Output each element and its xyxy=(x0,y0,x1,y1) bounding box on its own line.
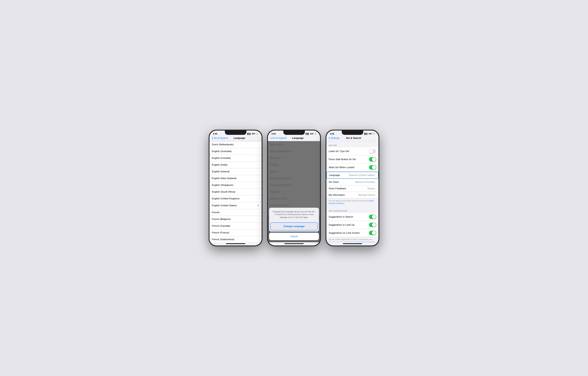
page-title-2: Language xyxy=(286,137,309,140)
phone-2: 4:55 ▌▌▌ WiFi 🔋 Siri & Search Language xyxy=(267,130,321,246)
status-icons-2: ▌▌▌ WiFi 🔋 xyxy=(306,133,317,135)
suggestions-lock-screen-row[interactable]: Suggestions on Lock Screen xyxy=(326,229,378,237)
list-item[interactable]: French (Canada) xyxy=(210,223,262,229)
back-button-3[interactable]: Settings xyxy=(329,137,339,140)
home-indicator-2 xyxy=(284,243,304,244)
signal-icon: ▌▌▌ xyxy=(364,133,368,135)
time-1: 4:55 xyxy=(213,133,217,135)
page-title-1: Language xyxy=(228,137,251,140)
suggestions-lookup-label: Suggestions in Look Up xyxy=(329,223,355,226)
list-item[interactable]: French (France) xyxy=(210,229,262,236)
chevron-icon: › xyxy=(376,188,376,190)
listen-toggle[interactable] xyxy=(369,149,376,154)
battery-icon: 🔋 xyxy=(315,133,317,135)
list-item[interactable]: English (South Africa) xyxy=(210,188,262,195)
press-side-toggle[interactable] xyxy=(369,157,376,162)
list-item[interactable]: Dutch (Netherlands) xyxy=(210,141,262,148)
my-information-row[interactable]: My Information Michael Potuck › xyxy=(326,192,378,198)
section-suggestions: SIRI SUGGESTIONS xyxy=(326,207,378,213)
list-item[interactable]: English (Canada) xyxy=(210,155,262,162)
press-side-button-row[interactable]: Press Side Button for Siri xyxy=(326,155,378,163)
listen-label: Listen for "Oye Siri" xyxy=(329,150,350,153)
suggestions-lookup-toggle[interactable] xyxy=(369,223,376,227)
modal-message: Changing Siri's language will also turn … xyxy=(269,208,319,221)
siri-voice-row[interactable]: Siri Voice Mexican (Female) › xyxy=(326,179,378,185)
nav-bar-1: Siri & Search Language xyxy=(210,136,262,141)
suggestions-lock-label: Suggestions on Lock Screen xyxy=(329,232,360,234)
suggestions-search-toggle[interactable] xyxy=(369,215,376,219)
home-indicator-3 xyxy=(343,243,362,244)
list-item[interactable]: English (Singapore) xyxy=(210,182,262,188)
nav-bar-2: Siri & Search Language xyxy=(268,136,320,141)
wifi-icon: WiFi xyxy=(252,133,255,135)
back-button-2[interactable]: Siri & Search xyxy=(270,137,286,140)
chevron-icon: › xyxy=(376,194,376,196)
voice-feedback-row[interactable]: Voice Feedback Always › xyxy=(326,185,378,192)
section-ask-siri: ASK SIRI xyxy=(326,141,378,147)
language-list-1[interactable]: Dutch (Netherlands) English (Australia) … xyxy=(210,141,262,242)
voice-feedback-label: Voice Feedback xyxy=(329,187,346,190)
my-info-label: My Information xyxy=(329,194,345,197)
wifi-icon: WiFi xyxy=(310,133,314,135)
chevron-icon: › xyxy=(376,181,376,183)
cancel-button[interactable]: Cancel xyxy=(269,233,319,240)
change-language-button[interactable]: Change Language xyxy=(270,222,318,230)
notch-2 xyxy=(283,131,305,135)
suggestions-in-lookup-row[interactable]: Suggestions in Look Up xyxy=(326,221,378,229)
modal-sheet: Changing Siri's language will also turn … xyxy=(269,208,319,232)
suggestions-search-label: Suggestions in Search xyxy=(329,215,353,218)
list-item[interactable]: English (New Zealand) xyxy=(210,175,262,182)
allow-siri-locked-row[interactable]: Allow Siri When Locked xyxy=(326,163,378,171)
language-row[interactable]: Language Spanish (United States) › xyxy=(326,172,378,179)
status-icons-3: ▌▌▌ WiFi 🔋 xyxy=(364,133,375,135)
my-info-value: Michael Potuck › xyxy=(358,194,376,197)
ask-siri-info: Siri can help you get things done just b… xyxy=(326,198,378,207)
time-2: 4:55 xyxy=(271,133,276,135)
signal-icon: ▌▌▌ xyxy=(306,133,309,135)
battery-icon: 🔋 xyxy=(256,133,258,135)
list-item[interactable]: Finnish xyxy=(210,209,262,216)
settings-content[interactable]: ASK SIRI Listen for "Oye Siri" Press Sid… xyxy=(326,141,378,242)
notch-3 xyxy=(342,131,363,135)
siri-voice-value: Mexican (Female) › xyxy=(355,181,376,184)
press-side-label: Press Side Button for Siri xyxy=(329,158,356,161)
language-label: Language xyxy=(329,174,340,177)
list-item[interactable]: French (Switzerland) xyxy=(210,236,262,242)
suggestions-in-search-row[interactable]: Suggestions in Search xyxy=(326,213,378,221)
status-icons-1: ▌▌▌ WiFi 🔋 xyxy=(247,133,258,135)
home-indicator-1 xyxy=(226,243,245,244)
suggestions-lock-toggle[interactable] xyxy=(369,231,376,235)
nav-bar-3: Settings Siri & Search xyxy=(326,136,378,141)
siri-voice-label: Siri Voice xyxy=(329,181,339,184)
allow-locked-label: Allow Siri When Locked xyxy=(329,166,354,169)
signal-icon: ▌▌▌ xyxy=(247,133,251,135)
chevron-icon: › xyxy=(375,174,376,176)
phone-1: 4:55 ▌▌▌ WiFi 🔋 Siri & Search Language D… xyxy=(209,130,262,246)
wifi-icon: WiFi xyxy=(368,133,372,135)
back-button-1[interactable]: Siri & Search xyxy=(212,137,228,140)
list-item-selected[interactable]: English (United States) ✓ xyxy=(210,202,262,209)
language-value: Spanish (United States) › xyxy=(349,174,376,177)
voice-feedback-value: Always › xyxy=(367,187,376,190)
listen-for-siri-row[interactable]: Listen for "Oye Siri" xyxy=(326,147,378,155)
page-title-3: Siri & Search xyxy=(339,137,368,140)
allow-locked-toggle[interactable] xyxy=(369,165,376,170)
checkmark-icon: ✓ xyxy=(257,204,259,207)
list-item[interactable]: French (Belgium) xyxy=(210,216,262,223)
suggestions-info: Siri can make suggestions in apps, or wh… xyxy=(326,237,378,242)
modal-overlay: Changing Siri's language will also turn … xyxy=(268,141,320,242)
list-item[interactable]: English (United Kingdom) xyxy=(210,195,262,202)
phone-3: 4:56 ▌▌▌ WiFi 🔋 Settings Siri & Search A… xyxy=(326,130,379,246)
time-3: 4:56 xyxy=(330,133,334,135)
notch-1 xyxy=(225,131,246,135)
list-item[interactable]: English (Ireland) xyxy=(210,168,262,175)
list-item[interactable]: English (India) xyxy=(210,162,262,168)
list-item[interactable]: English (Australia) xyxy=(210,148,262,155)
battery-icon: 🔋 xyxy=(373,133,375,135)
